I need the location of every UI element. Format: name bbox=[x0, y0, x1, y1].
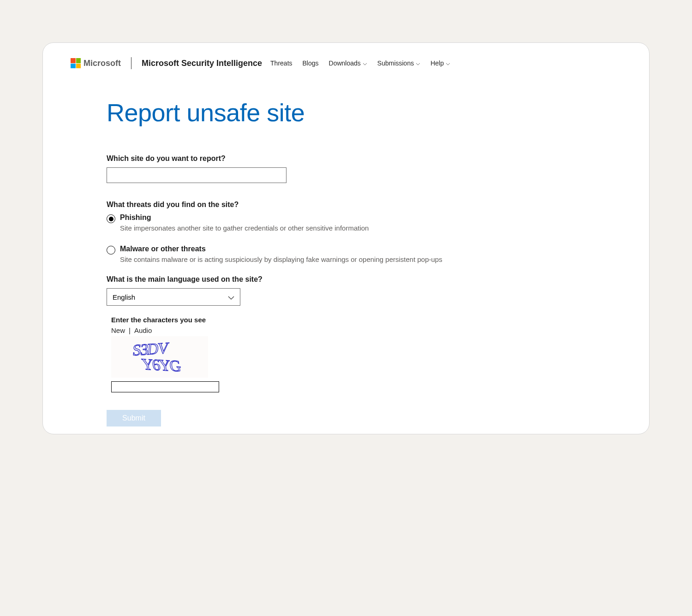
radio-malware-block: Malware or other threats Site contains m… bbox=[107, 245, 621, 263]
captcha-links: New | Audio bbox=[111, 326, 621, 334]
chevron-down-icon bbox=[446, 59, 450, 67]
captcha-label: Enter the characters you see bbox=[111, 316, 621, 324]
radio-selected-icon bbox=[109, 217, 113, 221]
captcha-audio-link[interactable]: Audio bbox=[134, 326, 152, 334]
chevron-down-icon bbox=[363, 59, 367, 67]
chevron-down-icon bbox=[228, 293, 234, 301]
nav-blogs-label: Blogs bbox=[303, 59, 319, 67]
submit-button-label: Submit bbox=[122, 414, 145, 422]
microsoft-logo-icon bbox=[71, 58, 81, 68]
content: Report unsafe site Which site do you wan… bbox=[107, 98, 621, 426]
radio-phishing-label: Phishing bbox=[120, 213, 151, 222]
radio-phishing[interactable] bbox=[107, 214, 115, 223]
captcha-new-link[interactable]: New bbox=[111, 326, 125, 334]
threats-label: What threats did you find on the site? bbox=[107, 201, 621, 209]
report-form: Which site do you want to report? What t… bbox=[107, 154, 621, 426]
language-selected: English bbox=[113, 293, 135, 301]
radio-phishing-desc: Site impersonates another site to gather… bbox=[120, 224, 621, 232]
radio-malware-label: Malware or other threats bbox=[120, 245, 206, 253]
language-select[interactable]: English bbox=[107, 288, 240, 306]
nav-downloads-label: Downloads bbox=[329, 59, 361, 67]
nav-submissions-label: Submissions bbox=[377, 59, 414, 67]
nav-downloads[interactable]: Downloads bbox=[329, 59, 367, 67]
language-label: What is the main language used on the si… bbox=[107, 275, 621, 284]
header-divider bbox=[131, 57, 131, 69]
chevron-down-icon bbox=[416, 59, 420, 67]
header: Microsoft Microsoft Security Intelligenc… bbox=[71, 54, 621, 72]
radio-phishing-block: Phishing Site impersonates another site … bbox=[107, 213, 621, 232]
captcha-section: Enter the characters you see New | Audio… bbox=[111, 316, 621, 392]
radio-malware[interactable] bbox=[107, 246, 115, 255]
nav-submissions[interactable]: Submissions bbox=[377, 59, 420, 67]
language-section: What is the main language used on the si… bbox=[107, 275, 621, 306]
product-name[interactable]: Microsoft Security Intelligence bbox=[142, 59, 262, 68]
radio-malware-desc: Site contains malware or is acting suspi… bbox=[120, 255, 621, 263]
page-title: Report unsafe site bbox=[107, 98, 621, 127]
nav-threats-label: Threats bbox=[270, 59, 292, 67]
submit-button[interactable]: Submit bbox=[107, 410, 161, 426]
captcha-image: S3DV Y6YG bbox=[111, 336, 208, 378]
nav-blogs[interactable]: Blogs bbox=[303, 59, 319, 67]
captcha-input[interactable] bbox=[111, 381, 219, 392]
site-label: Which site do you want to report? bbox=[107, 154, 621, 163]
threats-section: What threats did you find on the site? P… bbox=[107, 201, 621, 263]
captcha-text-line2: Y6YG bbox=[141, 355, 181, 374]
site-input[interactable] bbox=[107, 167, 286, 183]
captcha-sep: | bbox=[129, 326, 131, 334]
microsoft-logo[interactable]: Microsoft bbox=[71, 58, 121, 68]
nav-help-label: Help bbox=[430, 59, 444, 67]
microsoft-logo-text: Microsoft bbox=[84, 59, 121, 68]
nav-help[interactable]: Help bbox=[430, 59, 450, 67]
nav: Threats Blogs Downloads Submissions Help bbox=[270, 59, 450, 67]
nav-threats[interactable]: Threats bbox=[270, 59, 292, 67]
app-window: Microsoft Microsoft Security Intelligenc… bbox=[42, 42, 650, 434]
